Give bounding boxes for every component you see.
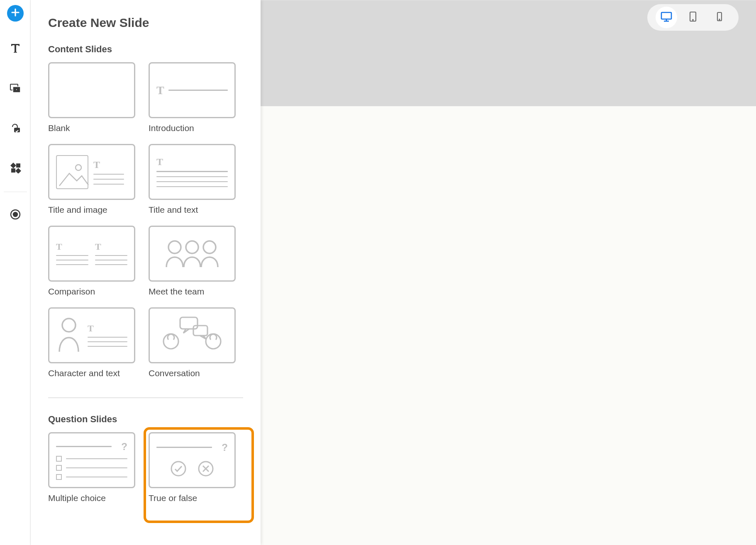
- svg-rect-26: [193, 326, 207, 336]
- slide-character-text[interactable]: T Character and text: [48, 307, 149, 378]
- text-glyph-icon: T: [56, 242, 88, 251]
- mobile-icon: [714, 11, 725, 24]
- slide-multiple-choice-thumb: ?: [48, 432, 135, 488]
- check-circle-icon: [170, 460, 187, 479]
- slide-introduction-thumb: T: [149, 62, 236, 118]
- record-icon: [10, 209, 21, 222]
- person-icon: [56, 316, 82, 355]
- conversation-icon: [157, 314, 227, 357]
- text-tool-button[interactable]: [0, 29, 31, 69]
- slide-blank-label: Blank: [48, 123, 149, 133]
- slide-comparison-label: Comparison: [48, 287, 149, 297]
- slide-title-text[interactable]: T Title and text: [149, 144, 249, 215]
- text-glyph-icon: T: [93, 160, 127, 170]
- svg-marker-14: [15, 168, 21, 173]
- publish-icon: [9, 122, 22, 136]
- svg-point-6: [719, 19, 720, 20]
- svg-point-18: [168, 241, 181, 253]
- svg-rect-25: [180, 317, 198, 329]
- text-glyph-icon: T: [88, 324, 127, 333]
- slide-title-image-label: Title and image: [48, 205, 149, 215]
- slide-title-image-thumb: T: [48, 144, 135, 200]
- panel-title: Create New Slide: [48, 16, 249, 30]
- slide-meet-team-label: Meet the team: [149, 287, 249, 297]
- svg-rect-12: [16, 163, 20, 168]
- toolbar-divider: [4, 192, 27, 192]
- svg-point-19: [186, 241, 198, 253]
- canvas-body: [261, 106, 756, 545]
- slide-blank[interactable]: Blank: [48, 62, 149, 133]
- publish-tool-button[interactable]: [0, 109, 31, 148]
- slide-introduction[interactable]: T Introduction: [149, 62, 249, 133]
- left-toolbar: [0, 0, 31, 545]
- slide-multiple-choice[interactable]: ? Multiple choice: [48, 432, 149, 503]
- media-icon: [9, 82, 22, 96]
- components-tool-button[interactable]: [0, 148, 31, 188]
- new-slide-panel: Create New Slide Content Slides Blank T …: [31, 0, 261, 545]
- slide-introduction-label: Introduction: [149, 123, 249, 133]
- text-icon: [9, 42, 22, 56]
- x-circle-icon: [197, 460, 215, 479]
- device-tablet-button[interactable]: [682, 7, 704, 28]
- device-switcher: [647, 4, 739, 31]
- slide-title-text-thumb: T: [149, 144, 236, 200]
- slide-title-image[interactable]: T Title and image: [48, 144, 149, 215]
- svg-point-27: [171, 462, 185, 476]
- svg-marker-11: [10, 163, 16, 168]
- text-glyph-icon: T: [95, 242, 127, 251]
- section-divider: [48, 397, 243, 398]
- svg-point-22: [163, 334, 178, 349]
- tablet-icon: [687, 11, 699, 24]
- svg-rect-0: [661, 12, 671, 19]
- plus-icon: [11, 8, 20, 19]
- slide-meet-team-thumb: [149, 226, 236, 282]
- slide-conversation[interactable]: Conversation: [149, 307, 249, 378]
- section-question-slides: Question Slides: [48, 414, 249, 425]
- components-icon: [10, 162, 21, 175]
- slide-character-text-thumb: T: [48, 307, 135, 363]
- content-slides-grid: Blank T Introduction T: [48, 62, 249, 389]
- text-glyph-icon: T: [156, 84, 164, 97]
- question-slides-grid: ? Multiple choice ?: [48, 432, 249, 514]
- desktop-icon: [660, 10, 673, 25]
- text-glyph-icon: T: [156, 157, 228, 167]
- slide-title-text-label: Title and text: [149, 205, 249, 215]
- slide-character-text-label: Character and text: [48, 368, 149, 378]
- slide-meet-team[interactable]: Meet the team: [149, 226, 249, 297]
- record-tool-button[interactable]: [0, 195, 31, 235]
- question-mark-icon: ?: [121, 441, 127, 453]
- svg-point-21: [62, 319, 76, 332]
- media-tool-button[interactable]: [0, 69, 31, 109]
- svg-point-23: [206, 334, 221, 349]
- slide-blank-thumb: [48, 62, 135, 118]
- svg-point-24: [168, 338, 174, 344]
- section-content-slides: Content Slides: [48, 44, 249, 55]
- slide-true-false[interactable]: ? True or false: [149, 432, 249, 503]
- svg-point-4: [693, 19, 693, 20]
- svg-point-17: [76, 165, 81, 170]
- svg-rect-13: [11, 168, 15, 173]
- slide-multiple-choice-label: Multiple choice: [48, 493, 149, 503]
- question-mark-icon: ?: [222, 442, 228, 453]
- device-mobile-button[interactable]: [709, 7, 730, 28]
- slide-comparison[interactable]: T T Comparison: [48, 226, 149, 297]
- svg-point-16: [13, 212, 17, 217]
- slide-conversation-label: Conversation: [149, 368, 249, 378]
- team-icon: [159, 236, 225, 271]
- svg-point-20: [203, 241, 216, 253]
- slide-comparison-thumb: T T: [48, 226, 135, 282]
- add-slide-button[interactable]: [7, 5, 24, 22]
- slide-conversation-thumb: [149, 307, 236, 363]
- slide-true-false-thumb: ?: [149, 432, 236, 488]
- device-desktop-button[interactable]: [656, 7, 677, 28]
